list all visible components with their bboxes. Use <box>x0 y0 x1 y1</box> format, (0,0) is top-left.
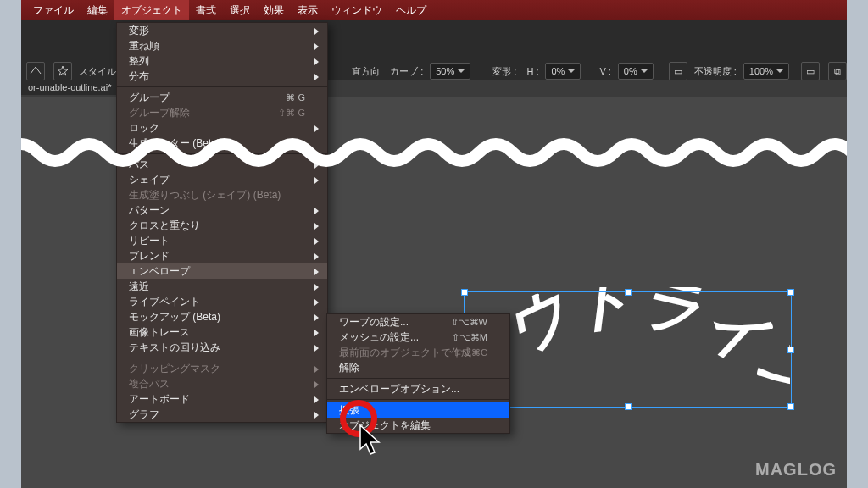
menu-item-label: ロック <box>129 121 159 136</box>
menu-item[interactable]: エンベロープオプション... <box>327 381 509 396</box>
menu-item-label: グループ <box>129 91 170 105</box>
warp-type-icon[interactable] <box>26 62 45 80</box>
menu-item-label: エンベロープ <box>129 264 190 279</box>
menu-item[interactable]: エンベロープ <box>117 263 327 279</box>
menu-separator <box>327 378 509 379</box>
menu-item-label: クリッピングマスク <box>129 362 220 376</box>
opt-align-icon[interactable]: ▭ <box>669 62 687 80</box>
menu-item[interactable]: クロスと重なり <box>117 218 327 233</box>
menu-item-label: モックアップ (Beta) <box>129 310 220 324</box>
object-dropdown: 変形重ね順整列分布グループ⌘ Gグループ解除⇧⌘ Gロック生成ベクター (Bet… <box>116 22 328 423</box>
menu-item-label: 整列 <box>129 54 149 69</box>
menu-item-label: クロスと重なり <box>129 219 200 233</box>
menu-shortcut: ⇧⌥⌘C <box>453 347 487 358</box>
opt-extra2-icon[interactable]: ⧉ <box>828 62 847 80</box>
menu-help[interactable]: ヘルプ <box>389 0 433 20</box>
menu-item-label: グラフ <box>129 408 159 422</box>
menu-item[interactable]: モックアップ (Beta) <box>117 309 327 324</box>
menu-item[interactable]: 解除 <box>327 360 509 375</box>
opt-direction-label: 直方向 <box>348 65 383 78</box>
menu-item-label: シェイプ <box>129 173 170 187</box>
menu-separator <box>117 86 327 87</box>
menu-shortcut: ⇧⌥⌘M <box>452 332 487 343</box>
opt-v-label: V : <box>596 66 614 76</box>
menu-item[interactable]: ロック <box>117 120 327 136</box>
menu-item: 複合パス <box>117 376 327 391</box>
cursor-icon <box>359 424 384 458</box>
document-tab[interactable]: or-unable-outline.ai* <box>21 80 118 95</box>
opt-opacity-field[interactable]: 100% <box>743 63 789 80</box>
menu-type[interactable]: 書式 <box>189 0 223 20</box>
menu-item[interactable]: 分布 <box>117 69 327 84</box>
watermark: MAGLOG <box>755 460 837 480</box>
menu-item-label: 生成塗りつぶし (シェイプ) (Beta) <box>129 188 281 202</box>
menu-item[interactable]: 重ね順 <box>117 38 327 53</box>
menu-item[interactable]: ブレンド <box>117 248 327 263</box>
menu-item-label: 画像トレース <box>129 325 190 340</box>
menu-select[interactable]: 選択 <box>223 0 257 20</box>
menu-item[interactable]: 整列 <box>117 53 327 69</box>
menu-view[interactable]: 表示 <box>291 0 325 20</box>
menu-item-label: 重ね順 <box>129 39 159 53</box>
menu-item-label: パターン <box>129 203 170 218</box>
menu-item-label: 分布 <box>129 69 149 84</box>
menu-item-label: 複合パス <box>129 377 170 391</box>
menu-item-label: ライブペイント <box>129 295 200 309</box>
menu-item[interactable]: グラフ <box>117 407 327 422</box>
menu-item-label: ブレンド <box>129 249 170 263</box>
menu-shortcut: ⇧⌥⌘W <box>451 317 487 328</box>
menu-item[interactable]: テキストの回り込み <box>117 340 327 355</box>
opt-extra1-icon[interactable]: ▭ <box>801 62 820 80</box>
menu-item-label: テキストの回り込み <box>129 341 220 355</box>
warp-star-icon[interactable] <box>53 62 72 80</box>
menu-item[interactable]: ライブペイント <box>117 294 327 309</box>
menu-item[interactable]: シェイプ <box>117 172 327 187</box>
menu-item[interactable]: 変形 <box>117 23 327 38</box>
menu-item[interactable]: 遠近 <box>117 279 327 294</box>
menu-item: 最前面のオブジェクトで作成⇧⌥⌘C <box>327 345 509 360</box>
menu-item-label: グループ解除 <box>129 106 190 120</box>
opt-curve-label: カーブ : <box>387 65 426 78</box>
menu-item[interactable]: リピート <box>117 233 327 248</box>
menu-shortcut: ⇧⌘ G <box>278 108 305 119</box>
opt-curve-field[interactable]: 50% <box>430 63 470 80</box>
menu-item-label: 解除 <box>339 361 359 375</box>
menu-item[interactable]: ワープの設定...⇧⌥⌘W <box>327 314 509 330</box>
menu-item-label: アートボード <box>129 392 190 407</box>
menu-window[interactable]: ウィンドウ <box>325 0 389 20</box>
menu-item-label: 変形 <box>129 24 149 38</box>
menubar: ファイル 編集 オブジェクト 書式 選択 効果 表示 ウィンドウ ヘルプ <box>21 0 847 21</box>
menu-item-label: メッシュの設定... <box>339 330 419 345</box>
menu-item[interactable]: パターン <box>117 202 327 218</box>
opt-v-field[interactable]: 0% <box>618 63 654 80</box>
menu-shortcut: ⌘ G <box>286 92 305 103</box>
menu-item-label: ワープの設定... <box>339 315 409 330</box>
menu-item-label: リピート <box>129 234 170 248</box>
menu-item[interactable]: メッシュの設定...⇧⌥⌘M <box>327 330 509 345</box>
menu-item: クリッピングマスク <box>117 361 327 376</box>
menu-item-label: エンベロープオプション... <box>339 382 459 396</box>
opt-h-field[interactable]: 0% <box>545 63 581 80</box>
menu-effect[interactable]: 効果 <box>257 0 291 20</box>
menu-item[interactable]: アートボード <box>117 391 327 407</box>
menu-item[interactable]: グループ⌘ G <box>117 90 327 105</box>
menu-item-label: 遠近 <box>129 280 149 294</box>
menu-item: 生成塗りつぶし (シェイプ) (Beta) <box>117 187 327 202</box>
menu-item-label: 最前面のオブジェクトで作成 <box>339 346 471 360</box>
wave-decoration <box>21 136 847 169</box>
menu-edit[interactable]: 編集 <box>81 0 114 20</box>
menu-separator <box>117 358 327 358</box>
menu-file[interactable]: ファイル <box>26 0 81 20</box>
opt-opacity-label: 不透明度 : <box>691 65 740 78</box>
menu-object[interactable]: オブジェクト <box>114 0 189 20</box>
opt-style-label: スタイル <box>75 65 120 78</box>
menu-item[interactable]: 画像トレース <box>117 324 327 340</box>
menu-item: グループ解除⇧⌘ G <box>117 105 327 120</box>
selection-bbox[interactable] <box>464 291 792 408</box>
opt-deform-label: 変形 : <box>489 65 520 78</box>
opt-h-label: H : <box>523 66 542 76</box>
